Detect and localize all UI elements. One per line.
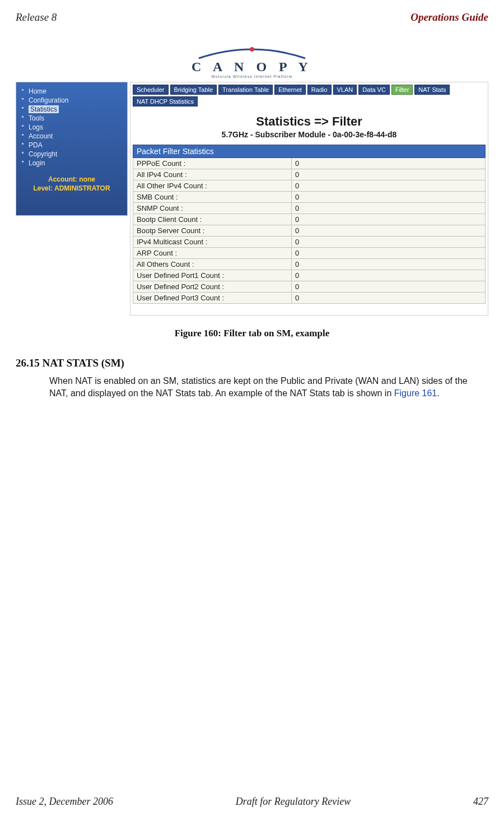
table-row: Bootp Server Count :0 [133,225,486,237]
sidebar-link[interactable]: Logs [29,123,43,131]
stat-label: IPv4 Multicast Count : [133,237,292,248]
sidebar-link[interactable]: Home [29,87,46,95]
stat-label: All Others Count : [133,259,292,270]
stat-label: User Defined Port1 Count : [133,270,292,281]
sidebar-link[interactable]: Copyright [29,150,57,158]
main-panel: SchedulerBridging TableTranslation Table… [130,82,488,316]
sidebar-link[interactable]: PDA [29,141,43,149]
stat-value: 0 [292,192,486,203]
sidebar-item-tools[interactable]: Tools [22,114,122,123]
table-row: ARP Count :0 [133,248,486,259]
tab-bridging-table[interactable]: Bridging Table [170,85,217,95]
tab-scheduler[interactable]: Scheduler [133,85,169,95]
doc-header-right: Operations Guide [410,11,488,24]
figure-caption: Figure 160: Filter tab on SM, example [16,328,488,339]
swoosh-icon [196,46,308,61]
stats-table-header: Packet Filter Statistics [133,145,486,158]
canopy-logo: C A N O P Y Motorola Wireless Internet P… [190,39,314,78]
table-row: User Defined Port2 Count :0 [133,281,486,293]
tab-nat-stats[interactable]: NAT Stats [414,85,450,95]
table-row: PPPoE Count :0 [133,158,486,169]
tab-nat-dhcp-statistics[interactable]: NAT DHCP Statistics [133,96,198,106]
doc-footer: Issue 2, December 2006 Draft for Regulat… [16,796,488,808]
stat-value: 0 [292,169,486,180]
sidebar-item-account[interactable]: Account [22,132,122,141]
logo-text: C A N O P Y [192,59,312,75]
screenshot-panel: C A N O P Y Motorola Wireless Internet P… [16,37,488,316]
stat-label: All Other IPv4 Count : [133,180,292,192]
section-body: When NAT is enabled on an SM, statistics… [49,375,483,399]
stat-value: 0 [292,214,486,225]
doc-header: Release 8 Operations Guide [16,11,488,24]
stat-value: 0 [292,281,486,293]
table-row: All Other IPv4 Count :0 [133,180,486,192]
sidebar-link[interactable]: Tools [29,114,44,122]
account-info: Account: none Level: ADMINISTRATOR [22,175,122,193]
stat-value: 0 [292,237,486,248]
stat-value: 0 [292,259,486,270]
sidebar-item-configuration[interactable]: Configuration [22,96,122,105]
stat-value: 0 [292,203,486,214]
figure-xref[interactable]: Figure 161 [394,388,437,398]
stat-label: SNMP Count : [133,203,292,214]
stat-label: User Defined Port3 Count : [133,293,292,304]
section-body-post: . [437,388,439,398]
stat-value: 0 [292,293,486,304]
account-line2: Level: ADMINISTRATOR [22,184,122,193]
stat-label: SMB Count : [133,192,292,203]
sidebar-item-copyright[interactable]: Copyright [22,150,122,159]
doc-footer-center: Draft for Regulatory Review [236,796,351,808]
stat-value: 0 [292,225,486,237]
sidebar-item-logs[interactable]: Logs [22,123,122,132]
stat-label: Bootp Client Count : [133,214,292,225]
sidebar-item-login[interactable]: Login [22,159,122,168]
svg-point-0 [250,47,254,52]
stat-value: 0 [292,180,486,192]
table-row: User Defined Port1 Count :0 [133,270,486,281]
doc-header-left: Release 8 [16,11,57,24]
tab-filter[interactable]: Filter [391,85,413,95]
sidebar-link[interactable]: Statistics [29,105,59,113]
tab-ethernet[interactable]: Ethernet [274,85,306,95]
table-row: Bootp Client Count :0 [133,214,486,225]
sidebar-item-pda[interactable]: PDA [22,141,122,150]
page-title: Statistics => Filter [130,114,488,129]
account-line1: Account: none [22,175,122,184]
sidebar-link[interactable]: Account [29,132,53,140]
stat-label: ARP Count : [133,248,292,259]
table-row: SMB Count :0 [133,192,486,203]
section-heading: 26.15 NAT STATS (SM) [16,357,488,369]
doc-footer-left: Issue 2, December 2006 [16,796,113,808]
tabs-row: SchedulerBridging TableTranslation Table… [130,82,488,110]
stat-value: 0 [292,270,486,281]
table-row: All Others Count :0 [133,259,486,270]
stat-label: Bootp Server Count : [133,225,292,237]
tab-data-vc[interactable]: Data VC [358,85,390,95]
sidebar-item-statistics[interactable]: Statistics [22,105,122,114]
stat-label: PPPoE Count : [133,158,292,169]
stat-value: 0 [292,158,486,169]
table-row: SNMP Count :0 [133,203,486,214]
table-row: IPv4 Multicast Count :0 [133,237,486,248]
table-row: User Defined Port3 Count :0 [133,293,486,304]
tab-translation-table[interactable]: Translation Table [218,85,273,95]
tab-radio[interactable]: Radio [307,85,332,95]
stats-table: Packet Filter Statistics PPPoE Count :0A… [133,145,486,304]
logo-subtext: Motorola Wireless Internet Platform [212,75,293,78]
stat-label: User Defined Port2 Count : [133,281,292,293]
sidebar-item-home[interactable]: Home [22,87,122,96]
page-subtitle: 5.7GHz - Subscriber Module - 0a-00-3e-f8… [130,130,488,139]
sidebar: HomeConfigurationStatisticsToolsLogsAcco… [16,82,128,216]
tab-vlan[interactable]: VLAN [333,85,357,95]
sidebar-link[interactable]: Login [29,159,45,167]
sidebar-link[interactable]: Configuration [29,96,68,104]
doc-footer-right: 427 [473,796,488,808]
table-row: All IPv4 Count :0 [133,169,486,180]
stat-value: 0 [292,248,486,259]
stat-label: All IPv4 Count : [133,169,292,180]
